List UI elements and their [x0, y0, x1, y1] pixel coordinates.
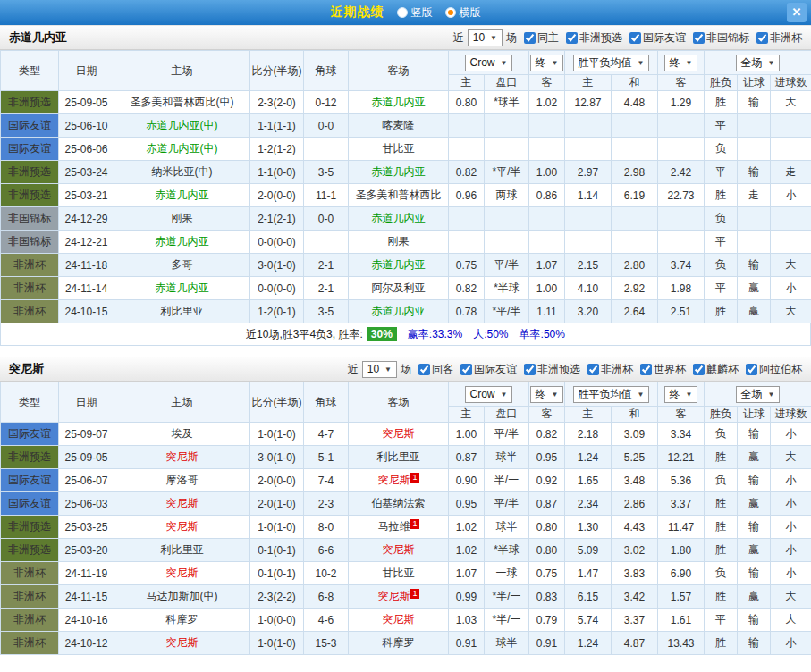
- match-row[interactable]: 非洲预选 25-03-20 利比里亚 0-1(0-1) 6-6 突尼斯 1.02…: [1, 539, 811, 562]
- competition-filter[interactable]: 非洲杯: [587, 362, 633, 377]
- europe-state-cell: 终▼: [658, 382, 705, 407]
- europe-state-dropdown[interactable]: 终▼: [664, 55, 698, 71]
- match-row[interactable]: 非洲杯 24-10-16 科摩罗 1-0(0-0) 4-6 突尼斯 1.03 *…: [1, 609, 811, 632]
- away-team-name: 突尼斯: [377, 474, 410, 486]
- close-button[interactable]: ✕: [787, 3, 807, 22]
- competition-filter[interactable]: 同客: [418, 362, 453, 377]
- away-team-cell: 赤道几内亚: [349, 300, 449, 323]
- date-cell: 25-03-21: [59, 184, 114, 207]
- match-row[interactable]: 非国锦标 24-12-21 赤道几内亚 0-0(0-0) 刚果 平: [1, 231, 811, 254]
- competition-filter[interactable]: 国际友谊: [629, 30, 686, 46]
- asian-home-odds-cell: 1.03: [449, 609, 485, 632]
- match-row[interactable]: 非洲杯 24-11-14 赤道几内亚 0-0(0-0) 2-1 阿尔及利亚 0.…: [1, 277, 811, 300]
- home-team-cell: 突尼斯: [114, 492, 250, 516]
- filter-checkbox[interactable]: [746, 364, 757, 375]
- filter-checkbox[interactable]: [587, 364, 599, 375]
- euro-home-odds-cell: 2.97: [565, 161, 612, 184]
- match-row[interactable]: 非洲预选 25-09-05 圣多美和普林西比(中) 2-3(2-0) 0-12 …: [1, 91, 811, 114]
- asian-home-odds-cell: 1.00: [449, 423, 485, 446]
- match-row[interactable]: 非洲杯 24-11-15 马达加斯加(中) 2-3(2-2) 6-8 突尼斯1 …: [1, 585, 811, 609]
- filter-checkbox[interactable]: [524, 32, 536, 44]
- filter-checkbox[interactable]: [566, 32, 578, 44]
- filter-checkbox[interactable]: [629, 32, 641, 44]
- handicap-cell: *半球: [485, 539, 529, 562]
- handicap-cell: *球半: [485, 91, 529, 114]
- euro-draw-odds-cell: 3.83: [612, 562, 658, 585]
- competition-filter[interactable]: 世界杯: [640, 362, 686, 377]
- filter-checkbox[interactable]: [693, 32, 705, 44]
- match-row[interactable]: 非洲杯 24-11-18 多哥 3-0(1-0) 2-1 赤道几内亚 0.75 …: [1, 254, 811, 277]
- company-state-dropdown[interactable]: 终▼: [530, 55, 564, 71]
- competition-filter[interactable]: 非国锦标: [693, 30, 749, 46]
- filter-checkbox[interactable]: [418, 364, 430, 375]
- corners-cell: 3-5: [304, 300, 349, 323]
- euro-draw-odds-cell: 2.92: [612, 277, 658, 300]
- match-row[interactable]: 非洲预选 25-03-21 赤道几内亚 2-0(0-0) 11-1 圣多美和普林…: [1, 184, 811, 207]
- match-row[interactable]: 非洲预选 25-03-24 纳米比亚(中) 1-1(0-0) 3-5 赤道几内亚…: [1, 161, 811, 184]
- recent-count-dropdown[interactable]: 10▼: [468, 29, 503, 46]
- filter-label: 世界杯: [654, 362, 686, 377]
- score-cell: 3-0(1-0): [250, 446, 304, 469]
- match-row[interactable]: 国际友谊 25-06-10 赤道几内亚(中) 1-1(1-1) 0-0 喀麦隆 …: [1, 114, 811, 138]
- home-team-name: 突尼斯: [166, 497, 199, 509]
- match-row[interactable]: 国际友谊 25-06-03 突尼斯 2-0(1-0) 2-3 伯基纳法索 0.9…: [1, 492, 811, 516]
- date-cell: 25-06-07: [59, 469, 114, 492]
- home-team-name: 突尼斯: [166, 520, 199, 533]
- chevron-down-icon: ▼: [686, 391, 693, 399]
- goals-result-cell: [771, 231, 811, 254]
- match-row[interactable]: 非洲杯 24-11-19 突尼斯 0-1(0-1) 10-2 甘比亚 1.07 …: [1, 562, 811, 585]
- away-team-cell: 赤道几内亚: [349, 91, 449, 114]
- competition-filter[interactable]: 非洲预选: [524, 362, 580, 377]
- company-dropdown[interactable]: Crow▼: [465, 55, 513, 71]
- chevron-down-icon: ▼: [638, 59, 645, 67]
- match-row[interactable]: 非洲预选 25-09-05 突尼斯 3-0(1-0) 5-1 利比里亚 0.87…: [1, 446, 811, 469]
- filter-checkbox[interactable]: [640, 364, 652, 375]
- recent-count-dropdown[interactable]: 10▼: [362, 361, 397, 378]
- match-row[interactable]: 非洲杯 24-10-15 利比里亚 1-2(0-1) 3-5 赤道几内亚 0.7…: [1, 300, 811, 323]
- competition-filter[interactable]: 麒麟杯: [693, 362, 739, 377]
- view-vertical-radio[interactable]: 竖版: [397, 5, 433, 21]
- match-row[interactable]: 非国锦标 24-12-29 刚果 2-1(2-1) 0-0 赤道几内亚 负: [1, 207, 811, 231]
- company-state-dropdown[interactable]: 终▼: [530, 386, 564, 403]
- result-cell: 胜: [705, 632, 738, 655]
- score-cell: 0-1(0-1): [250, 562, 304, 585]
- competition-filter[interactable]: 阿拉伯杯: [746, 362, 802, 377]
- filter-checkbox[interactable]: [756, 32, 768, 44]
- match-row[interactable]: 非洲杯 24-10-12 突尼斯 1-0(1-0) 15-3 科摩罗 0.91 …: [1, 632, 811, 655]
- match-row[interactable]: 非洲预选 25-03-25 突尼斯 1-0(1-0) 8-0 马拉维1 1.02…: [1, 516, 811, 539]
- handicap-cell: *半球: [485, 277, 529, 300]
- match-row[interactable]: 国际友谊 25-06-07 摩洛哥 2-0(0-0) 7-4 突尼斯1 0.90…: [1, 469, 811, 492]
- view-horizontal-radio[interactable]: 横版: [445, 5, 481, 21]
- competition-type-cell: 非洲杯: [1, 254, 59, 277]
- filter-checkbox[interactable]: [693, 364, 705, 375]
- competition-filter[interactable]: 同主: [524, 30, 559, 46]
- europe-dropdown[interactable]: 胜平负均值▼: [573, 386, 650, 403]
- handicap-result-cell: [738, 138, 771, 161]
- asian-home-odds-cell: [449, 207, 485, 231]
- date-cell: 25-03-20: [59, 539, 114, 562]
- asian-away-odds-cell: 0.95: [529, 446, 565, 469]
- euro-home-header: 主: [565, 75, 612, 91]
- match-row[interactable]: 国际友谊 25-09-07 埃及 1-0(1-0) 4-7 突尼斯 1.00 平…: [1, 423, 811, 446]
- asian-away-odds-cell: 0.80: [529, 539, 565, 562]
- score-cell: 1-1(1-1): [250, 114, 304, 138]
- filter-checkbox[interactable]: [524, 364, 536, 375]
- home-team-cell: 赤道几内亚(中): [114, 114, 250, 138]
- filter-label: 国际友谊: [643, 30, 686, 46]
- scope-dropdown[interactable]: 全场▼: [736, 55, 781, 71]
- scope-dropdown[interactable]: 全场▼: [736, 386, 781, 403]
- company-dropdown[interactable]: Crow▼: [465, 386, 513, 403]
- competition-filter[interactable]: 非洲杯: [756, 30, 802, 46]
- section-header-bar: 赤道几内亚 近 10▼ 场 同主 非洲预选 国际友谊 非国锦标 非洲杯: [0, 25, 811, 50]
- competition-filter[interactable]: 国际友谊: [460, 362, 517, 377]
- company-state-cell: 终▼: [529, 382, 565, 407]
- europe-state-dropdown[interactable]: 终▼: [664, 386, 698, 403]
- competition-type-cell: 非洲杯: [1, 609, 59, 632]
- away-team-cell: 突尼斯: [349, 609, 449, 632]
- home-team-cell: 突尼斯: [114, 632, 250, 655]
- competition-filter[interactable]: 非洲预选: [566, 30, 622, 46]
- euro-away-odds-cell: [658, 207, 705, 231]
- filter-checkbox[interactable]: [460, 364, 472, 375]
- match-row[interactable]: 国际友谊 25-06-06 赤道几内亚(中) 1-2(1-2) 甘比亚 负: [1, 138, 811, 161]
- europe-dropdown[interactable]: 胜平负均值▼: [573, 55, 650, 71]
